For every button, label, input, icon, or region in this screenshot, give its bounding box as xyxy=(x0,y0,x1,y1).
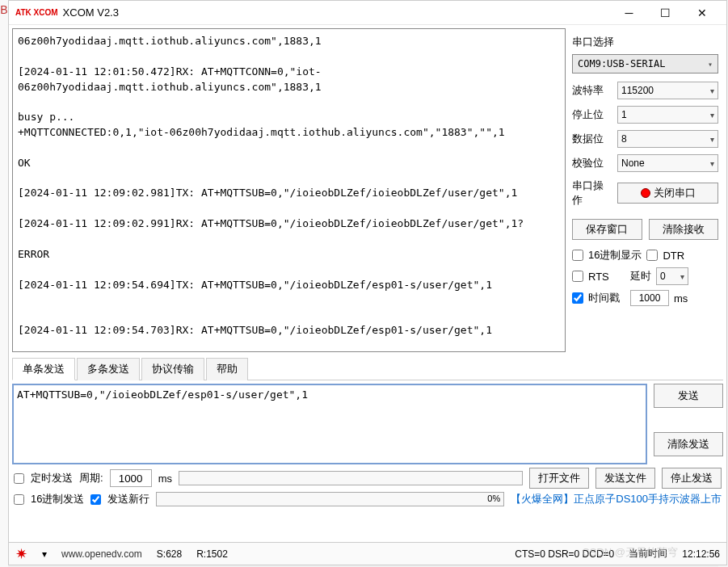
window-title: XCOM V2.3 xyxy=(63,6,611,19)
chevron-down-icon: ▾ xyxy=(708,60,713,69)
main-window: ATK XCOM XCOM V2.3 ─ ☐ ✕ 06z00h7yodidaaj… xyxy=(8,0,727,565)
minimize-button[interactable]: ─ xyxy=(611,2,647,24)
hex-display-checkbox[interactable] xyxy=(572,250,583,261)
timestamp-label: 时间戳 xyxy=(588,291,625,305)
tab-multi-send[interactable]: 多条发送 xyxy=(77,358,140,380)
left-edge-marker: B xyxy=(0,0,8,567)
open-file-button[interactable]: 打开文件 xyxy=(529,468,589,489)
parity-select[interactable]: None▾ xyxy=(617,154,718,172)
port-section-title: 串口选择 xyxy=(572,35,718,49)
parity-label: 校验位 xyxy=(572,156,612,170)
baud-label: 波特率 xyxy=(572,83,612,98)
send-file-button[interactable]: 发送文件 xyxy=(595,468,655,489)
dtr-checkbox[interactable] xyxy=(646,250,658,261)
data-select[interactable]: 8▾ xyxy=(617,130,718,148)
chevron-down-icon: ▾ xyxy=(710,86,714,95)
port-op-label: 串口操作 xyxy=(572,178,612,208)
tab-single-send[interactable]: 单条发送 xyxy=(12,358,75,380)
ms-label: ms xyxy=(674,292,688,304)
send-tabs: 单条发送 多条发送 协议传输 帮助 xyxy=(12,357,723,380)
promo-link[interactable]: 【火爆全网】正点原子DS100手持示波器上市 xyxy=(511,492,722,506)
status-sent: S:628 xyxy=(157,548,182,560)
status-time-value: 12:12:56 xyxy=(682,548,720,560)
chevron-down-icon: ▾ xyxy=(710,135,714,144)
clear-receive-button[interactable]: 清除接收 xyxy=(649,219,719,240)
data-label: 数据位 xyxy=(572,132,612,146)
hex-send-label: 16进制发送 xyxy=(31,492,84,506)
baud-select[interactable]: 115200▾ xyxy=(617,82,718,99)
delay-label: 延时 xyxy=(630,269,651,284)
timed-send-label: 定时发送 xyxy=(31,471,73,485)
rts-label: RTS xyxy=(588,271,625,283)
file-path-field[interactable] xyxy=(179,471,523,485)
progress-bar: 0% xyxy=(156,492,504,506)
hex-display-label: 16进制显示 xyxy=(588,248,642,262)
delay-select[interactable]: 0▾ xyxy=(656,267,688,285)
period-input[interactable] xyxy=(110,469,152,487)
period-label: 周期: xyxy=(79,471,103,485)
dtr-label: DTR xyxy=(663,250,684,262)
tab-help[interactable]: 帮助 xyxy=(206,358,248,380)
status-url[interactable]: www.openedv.com xyxy=(61,548,142,560)
chevron-down-icon: ▾ xyxy=(680,272,684,281)
timestamp-input[interactable] xyxy=(630,290,669,306)
maximize-button[interactable]: ☐ xyxy=(647,2,684,24)
close-button[interactable]: ✕ xyxy=(684,2,720,24)
send-textarea[interactable]: AT+MQTTSUB=0,"/ioieobDLZef/esp01-s/user/… xyxy=(12,384,647,464)
gear-icon[interactable]: ✷ xyxy=(15,545,27,563)
dropdown-icon[interactable]: ▾ xyxy=(42,548,47,560)
send-newline-checkbox[interactable] xyxy=(90,494,101,505)
timestamp-checkbox[interactable] xyxy=(572,292,583,304)
watermark: CSDN @无尽的苍穹 xyxy=(582,545,678,560)
serial-config-panel: 串口选择 COM9:USB-SERIAL ▾ 波特率 115200▾ 停止位 1… xyxy=(569,25,726,352)
chevron-down-icon: ▾ xyxy=(710,159,714,168)
port-value: COM9:USB-SERIAL xyxy=(578,58,665,69)
send-button[interactable]: 发送 xyxy=(654,384,723,408)
app-icon: ATK XCOM xyxy=(15,9,58,17)
send-newline-label: 发送新行 xyxy=(107,492,149,506)
clear-send-button[interactable]: 清除发送 xyxy=(654,432,723,456)
stop-label: 停止位 xyxy=(572,107,612,122)
stop-send-button[interactable]: 停止发送 xyxy=(662,468,722,489)
port-select[interactable]: COM9:USB-SERIAL ▾ xyxy=(572,54,718,74)
ms-label: ms xyxy=(158,472,172,485)
rts-checkbox[interactable] xyxy=(572,271,583,282)
receive-log[interactable]: 06z00h7yodidaaj.mqtt.iothub.aliyuncs.com… xyxy=(12,28,566,352)
port-toggle-button[interactable]: 关闭串口 xyxy=(617,183,718,204)
tab-protocol[interactable]: 协议传输 xyxy=(141,358,204,380)
save-window-button[interactable]: 保存窗口 xyxy=(572,219,642,240)
progress-text: 0% xyxy=(487,494,500,503)
stop-select[interactable]: 1▾ xyxy=(617,106,718,124)
hex-send-checkbox[interactable] xyxy=(14,494,24,505)
timed-send-checkbox[interactable] xyxy=(14,473,24,484)
titlebar: ATK XCOM XCOM V2.3 ─ ☐ ✕ xyxy=(9,1,726,25)
chevron-down-icon: ▾ xyxy=(710,111,714,120)
status-recv: R:1502 xyxy=(196,548,228,560)
record-icon xyxy=(641,188,650,198)
